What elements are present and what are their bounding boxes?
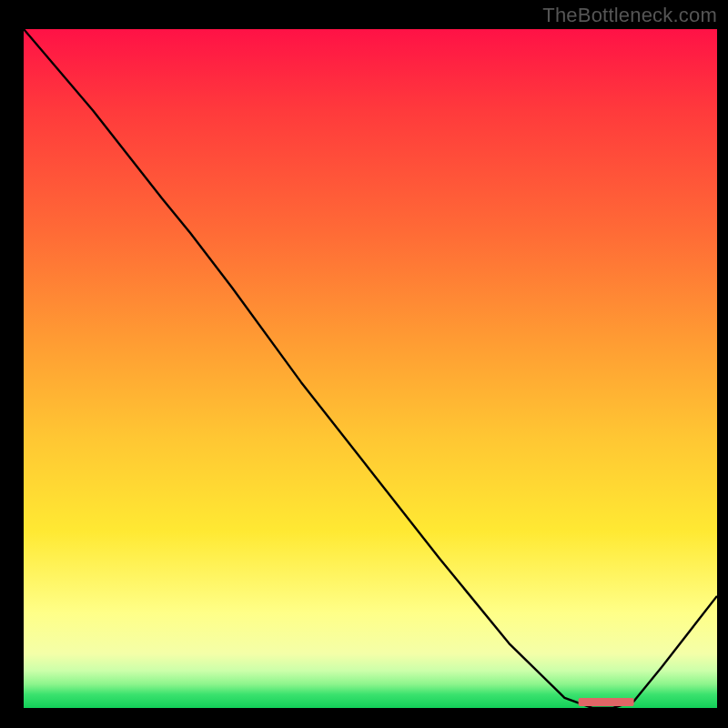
watermark-text: TheBottleneck.com — [542, 4, 717, 27]
chart-container: TheBottleneck.com — [0, 0, 728, 728]
chart-svg — [24, 29, 717, 708]
plot-area — [24, 29, 717, 708]
curve-path — [24, 29, 717, 708]
minimum-marker — [579, 698, 634, 706]
